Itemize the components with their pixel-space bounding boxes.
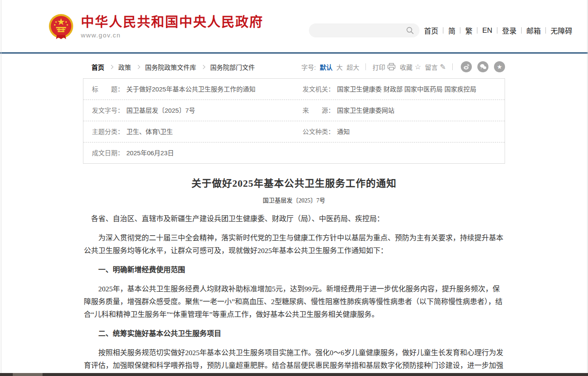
meta-value: 关于做好2025年基本公共卫生服务工作的通知 [126, 85, 255, 93]
font-size-large-button[interactable]: 大 [336, 63, 343, 71]
national-emblem-icon [48, 13, 74, 40]
comment-label: 留言 [425, 63, 438, 71]
meta-label: 发文机关： [303, 85, 334, 93]
document-meta-table: 标 题： 关于做好2025年基本公共卫生服务工作的通知 发文机关： 国家卫生健康… [83, 78, 505, 164]
meta-label: 公文种类： [303, 128, 334, 136]
nav-divider [497, 27, 497, 34]
meta-value: 通知 [337, 128, 350, 136]
meta-cell-doc-type: 公文种类： 通知 [294, 121, 505, 142]
site-title: 中华人民共和国中央人民政府 [81, 15, 263, 29]
breadcrumb-policy-library[interactable]: 国务院政策文件库 [145, 63, 196, 71]
main-content: 首页 政策 国务院政策文件库 国务院部门文件 字号: 默认 大 超大 打印 [83, 60, 505, 376]
article-section-heading-2: 二、统筹实施好基本公共卫生服务项目 [84, 328, 504, 340]
search-input[interactable] [309, 23, 420, 37]
page-toolbar: 字号: 默认 大 超大 打印 收藏 ☆ 留言 ✎ [301, 61, 505, 72]
share-qzone-button[interactable]: ★ [494, 61, 505, 72]
toolbar-divider [452, 63, 453, 70]
article-section-heading-1: 一、明确新增经费使用范围 [84, 264, 504, 276]
star-outline-icon: ☆ [414, 63, 421, 71]
meta-cell-date: 成文日期： 2025年06月23日 [83, 142, 294, 163]
font-size-xlarge-button[interactable]: 超大 [346, 63, 359, 71]
meta-label: 标 题： [92, 85, 124, 93]
comment-button[interactable]: 留言 ✎ [425, 63, 446, 71]
breadcrumb-toolbar-row: 首页 政策 国务院政策文件库 国务院部门文件 字号: 默认 大 超大 打印 [83, 60, 505, 73]
wechat-icon [480, 63, 487, 70]
top-nav: 首页 简 繁 EN 登录 邮箱 无障碍 [424, 25, 572, 36]
meta-value: 国家卫生健康委网站 [337, 106, 394, 114]
site-logo-text: 中华人民共和国中央人民政府 www.gov.cn [81, 15, 263, 39]
meta-value: 国卫基层发〔2025〕7号 [126, 106, 195, 114]
meta-value: 卫生、体育\卫生 [126, 128, 173, 136]
breadcrumb-department-docs[interactable]: 国务院部门文件 [210, 63, 255, 71]
article-title: 关于做好2025年基本公共卫生服务工作的通知 [83, 175, 505, 190]
meta-row-number-source: 发文字号： 国卫基层发〔2025〕7号 来 源： 国家卫生健康委网站 [83, 100, 505, 121]
bottom-taskbar-edge [0, 373, 588, 376]
chevron-right-icon [201, 65, 206, 69]
star-icon: ★ [497, 64, 502, 70]
meta-value: 2025年06月23日 [126, 149, 174, 157]
nav-divider [443, 27, 443, 34]
breadcrumb: 首页 政策 国务院政策文件库 国务院部门文件 [83, 63, 255, 71]
window-left-edge [1, 0, 1, 376]
nav-login[interactable]: 登录 [502, 25, 517, 36]
meta-row-date: 成文日期： 2025年06月23日 [83, 142, 505, 163]
nav-divider [477, 27, 477, 34]
article-paragraph: 按照相关服务规范切实做好2025年基本公共卫生服务项目实施工作。强化0～6岁儿童… [84, 347, 504, 376]
site-url: www.gov.cn [81, 31, 263, 39]
window-right-edge [587, 0, 588, 376]
article-paragraph: 为深入贯彻党的二十届三中全会精神，落实新时代党的卫生与健康工作方针中以基层为重点… [84, 232, 504, 257]
nav-home[interactable]: 首页 [424, 25, 438, 36]
nav-accessibility[interactable]: 无障碍 [551, 25, 572, 36]
font-size-default-button[interactable]: 默认 [320, 63, 332, 71]
site-header: 中华人民共和国中央人民政府 www.gov.cn 首页 简 繁 EN 登录 邮箱… [0, 0, 588, 54]
meta-label: 成文日期： [92, 149, 124, 157]
site-logo[interactable]: 中华人民共和国中央人民政府 www.gov.cn [48, 13, 263, 40]
article-body: 各省、自治区、直辖市及新疆生产建设兵团卫生健康委、财政厅（局）、中医药局、疾控局… [83, 213, 505, 376]
bottom-taskbar-segment [13, 373, 43, 376]
nav-simplified[interactable]: 简 [448, 25, 455, 36]
share-weibo-button[interactable] [461, 61, 472, 72]
weibo-icon [463, 63, 470, 70]
meta-cell-topic-category: 主题分类： 卫生、体育\卫生 [83, 121, 294, 142]
favorite-label: 收藏 [400, 63, 412, 71]
meta-cell-issuing-agency: 发文机关： 国家卫生健康委 财政部 国家中医药局 国家疾控局 [294, 79, 505, 100]
nav-divider [460, 27, 460, 34]
meta-label: 主题分类： [92, 128, 124, 136]
favorite-button[interactable]: 收藏 ☆ [400, 63, 421, 71]
meta-row-category-type: 主题分类： 卫生、体育\卫生 公文种类： 通知 [83, 121, 505, 142]
nav-divider [521, 27, 522, 34]
font-size-label: 字号: [301, 63, 316, 71]
article-paragraph: 2025年，基本公共卫生服务经费人均财政补助标准增加5元，达到99元。新增经费用… [84, 283, 504, 321]
chevron-right-icon [136, 65, 140, 69]
article-doc-number: 国卫基层发〔2025〕7号 [83, 196, 505, 204]
nav-traditional[interactable]: 繁 [465, 25, 472, 36]
document-article: 关于做好2025年基本公共卫生服务工作的通知 国卫基层发〔2025〕7号 各省、… [83, 175, 505, 376]
meta-cell-title: 标 题： 关于做好2025年基本公共卫生服务工作的通知 [83, 79, 294, 100]
meta-value: 国家卫生健康委 财政部 国家中医药局 国家疾控局 [337, 85, 477, 93]
search-icon[interactable] [406, 26, 414, 34]
meta-cell-source: 来 源： 国家卫生健康委网站 [294, 100, 505, 121]
breadcrumb-policy[interactable]: 政策 [118, 63, 131, 71]
article-salutation: 各省、自治区、直辖市及新疆生产建设兵团卫生健康委、财政厅（局）、中医药局、疾控局… [84, 213, 504, 225]
nav-english[interactable]: EN [482, 26, 492, 35]
breadcrumb-home[interactable]: 首页 [91, 63, 104, 71]
print-label: 打印 [372, 63, 385, 71]
nav-mailbox[interactable]: 邮箱 [526, 25, 541, 36]
meta-row-title-agency: 标 题： 关于做好2025年基本公共卫生服务工作的通知 发文机关： 国家卫生健康… [83, 79, 505, 100]
print-button[interactable]: 打印 [372, 63, 396, 71]
meta-label: 发文字号： [92, 106, 124, 114]
chevron-right-icon [109, 65, 114, 69]
search-box[interactable] [309, 23, 420, 37]
pencil-icon: ✎ [440, 63, 446, 71]
share-wechat-button[interactable] [477, 61, 488, 72]
printer-icon [387, 63, 396, 71]
nav-divider [545, 27, 546, 34]
meta-cell-doc-number: 发文字号： 国卫基层发〔2025〕7号 [83, 100, 294, 121]
toolbar-divider [365, 63, 366, 70]
meta-label: 来 源： [303, 106, 334, 114]
meta-cell-empty [294, 142, 505, 163]
